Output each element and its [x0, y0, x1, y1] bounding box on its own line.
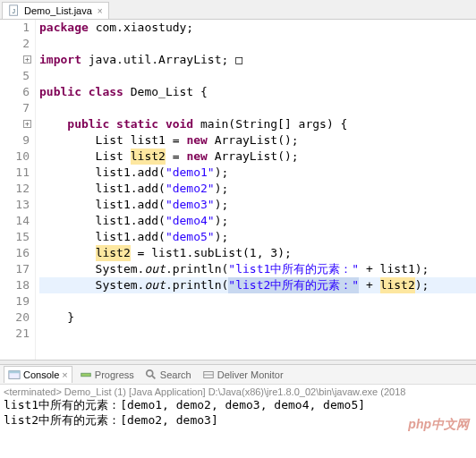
code-line[interactable]: List list2 = new ArrayList();	[39, 148, 476, 165]
code-token: ArrayList();	[208, 148, 299, 165]
code-token: );	[215, 165, 229, 181]
line-number: 2	[0, 36, 30, 52]
code-content[interactable]: package com.xiaostudy;import java.util.A…	[36, 20, 476, 360]
code-line[interactable]	[39, 36, 476, 52]
code-line[interactable]: }	[39, 310, 476, 326]
code-line[interactable]: System.out.println("list1中所有的元素：" + list…	[39, 261, 476, 277]
editor-area[interactable]: 123+5678+9101112131415161718192021 packa…	[0, 20, 476, 360]
fold-expand-icon[interactable]: +	[23, 120, 31, 128]
code-token: ArrayList();	[208, 132, 299, 148]
code-line[interactable]: list1.add("demo3");	[39, 197, 476, 213]
code-token: "demo2"	[166, 181, 215, 197]
code-token: main(String[] args) {	[200, 116, 347, 132]
editor-tab-label: Demo_List.java	[24, 5, 92, 16]
code-token: System.	[39, 261, 144, 277]
code-token: "demo1"	[166, 165, 215, 181]
code-line[interactable]: public class Demo_List {	[39, 84, 476, 100]
code-line[interactable]: list1.add("demo4");	[39, 213, 476, 229]
line-number: 5	[0, 68, 30, 84]
line-number: 1	[0, 20, 30, 36]
code-token: .println(	[166, 261, 228, 277]
code-token: System.	[39, 277, 144, 293]
code-token: "demo5"	[166, 229, 215, 245]
line-number: 6	[0, 84, 30, 100]
line-number: 9	[0, 132, 30, 148]
console-tab-bar: Console ×ProgressSearchDeliver Monitor	[0, 365, 476, 385]
console-tab-label: Deliver Monitor	[217, 369, 284, 380]
line-number: 11	[0, 165, 30, 181]
console-tab-progress[interactable]: Progress	[76, 366, 138, 383]
line-number: 16	[0, 245, 30, 261]
code-token: List	[39, 148, 131, 165]
editor-tab[interactable]: J Demo_List.java ×	[2, 2, 109, 19]
search-icon	[145, 369, 157, 381]
line-number: 21	[0, 326, 30, 342]
code-token: }	[39, 310, 74, 326]
code-line[interactable]: List list1 = new ArrayList();	[39, 132, 476, 148]
code-line[interactable]: import java.util.ArrayList; □	[39, 52, 476, 68]
close-icon[interactable]: ×	[98, 6, 103, 16]
line-number: 3+	[0, 52, 30, 68]
console-tab-search[interactable]: Search	[141, 366, 195, 383]
java-file-icon: J	[8, 4, 21, 17]
code-token: List list1 =	[39, 132, 186, 148]
progress-icon	[80, 369, 92, 381]
line-number: 20	[0, 310, 30, 326]
console-tab-label: Progress	[95, 369, 134, 380]
code-line[interactable]	[39, 293, 476, 310]
code-token: "demo3"	[166, 197, 215, 213]
code-line[interactable]: list1.add("demo2");	[39, 181, 476, 197]
code-line[interactable]	[39, 68, 476, 84]
fold-expand-icon[interactable]: +	[23, 55, 31, 64]
code-token: list2	[131, 148, 166, 165]
line-number: 17	[0, 261, 30, 277]
code-line[interactable]: package com.xiaostudy;	[39, 20, 476, 36]
console-tab-console[interactable]: Console ×	[4, 366, 72, 383]
code-token: out	[144, 261, 165, 277]
code-token: "list2中所有的元素："	[228, 277, 359, 293]
code-token: new	[186, 148, 207, 165]
svg-rect-3	[9, 371, 20, 374]
code-line[interactable]: public static void main(String[] args) {	[39, 116, 476, 132]
code-token	[39, 116, 67, 132]
code-line[interactable]	[39, 100, 476, 116]
svg-text:J: J	[12, 8, 15, 14]
code-line[interactable]: System.out.println("list2中所有的元素：" + list…	[39, 277, 476, 293]
deliver-icon	[202, 369, 215, 381]
code-token: );	[215, 197, 229, 213]
console-tab-label: Search	[160, 369, 191, 380]
code-token: =	[166, 148, 186, 165]
code-token: );	[215, 213, 229, 229]
code-line[interactable]	[39, 326, 476, 342]
console-terminated-line: <terminated> Demo_List (1) [Java Applica…	[4, 386, 472, 397]
code-token: "demo4"	[166, 213, 215, 229]
code-token: list2	[380, 277, 415, 293]
editor-tab-bar: J Demo_List.java ×	[0, 0, 476, 20]
code-line[interactable]: list1.add("demo1");	[39, 165, 476, 181]
code-token: .println(	[166, 277, 228, 293]
line-number: 19	[0, 293, 30, 310]
code-line[interactable]: list1.add("demo5");	[39, 229, 476, 245]
code-line[interactable]: list2 = list1.subList(1, 3);	[39, 245, 476, 261]
line-number: 13	[0, 197, 30, 213]
close-icon[interactable]: ×	[62, 369, 67, 380]
code-token: java.util.ArrayList;	[89, 52, 229, 68]
svg-rect-4	[81, 373, 91, 377]
svg-point-5	[147, 369, 153, 376]
line-number: 7	[0, 100, 30, 116]
code-token: out	[144, 277, 165, 293]
svg-line-6	[152, 375, 156, 378]
console-icon	[8, 369, 21, 381]
code-token: public class	[39, 84, 131, 100]
console-tab-deliver-monitor[interactable]: Deliver Monitor	[199, 366, 287, 383]
code-token: );	[215, 229, 229, 245]
console-output-line: list2中所有的元素：[demo2, demo3]	[4, 412, 472, 428]
code-token: □	[228, 52, 242, 68]
code-token: list1.add(	[39, 213, 166, 229]
line-number: 10	[0, 148, 30, 165]
code-token: );	[215, 181, 229, 197]
code-token: list2	[96, 245, 131, 261]
code-token: );	[415, 277, 429, 293]
console-output-line: list1中所有的元素：[demo1, demo2, demo3, demo4,…	[4, 397, 472, 412]
line-number: 14	[0, 213, 30, 229]
